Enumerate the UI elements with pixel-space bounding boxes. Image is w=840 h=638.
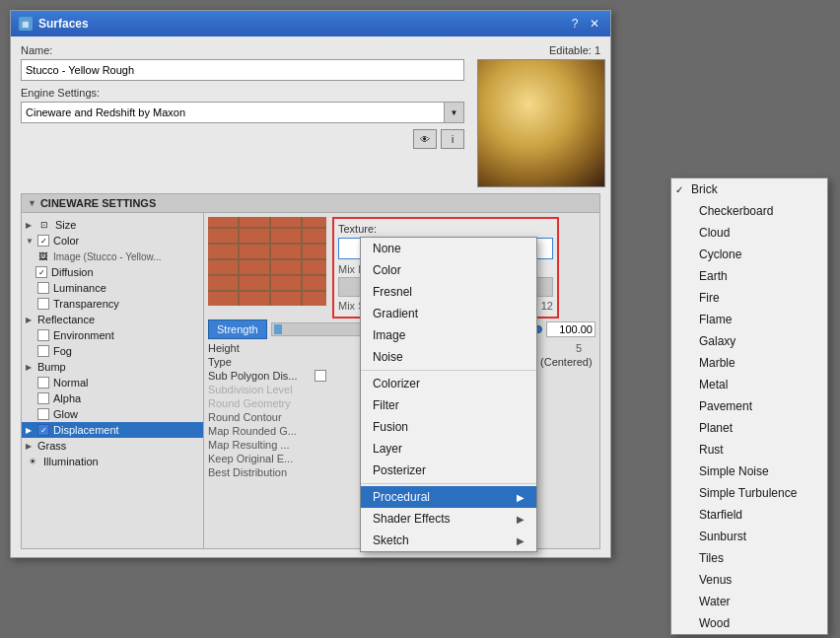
menu-item-gradient[interactable]: Gradient xyxy=(361,303,536,324)
menu-item-none[interactable]: None xyxy=(361,238,536,259)
diffusion-check[interactable]: ✓ xyxy=(35,266,47,278)
luminance-check[interactable] xyxy=(37,282,49,294)
transparency-check[interactable] xyxy=(37,298,49,310)
sub-menu-item-metal[interactable]: Metal xyxy=(671,374,827,395)
tree-item-fog[interactable]: ▶ Fog xyxy=(22,343,203,359)
image-icon: 🖼 xyxy=(35,250,49,262)
menu-item-fusion[interactable]: Fusion xyxy=(361,416,536,438)
title-bar-left: ▦ Surfaces xyxy=(19,17,89,31)
tree-item-displacement[interactable]: ▶ ✓ Displacement xyxy=(22,422,203,438)
strength-value-input[interactable] xyxy=(546,321,595,337)
fog-arrow: ▶ xyxy=(26,347,35,356)
best-distribution-label: Best Distribution xyxy=(208,466,356,478)
engine-dropdown-arrow[interactable]: ▼ xyxy=(445,102,464,123)
environment-check[interactable] xyxy=(37,329,49,341)
tree-item-grass[interactable]: ▶ Grass xyxy=(22,438,203,454)
menu-item-colorizer[interactable]: Colorizer xyxy=(361,373,536,394)
keep-original-label: Keep Original E... xyxy=(208,453,356,464)
dialog-title: Surfaces xyxy=(38,17,89,31)
tree-item-luminance[interactable]: ▶ Luminance xyxy=(22,280,203,296)
sub-menu-item-tiles[interactable]: Tiles xyxy=(671,547,827,569)
grass-arrow: ▶ xyxy=(26,442,35,451)
section-collapse-arrow[interactable]: ▼ xyxy=(28,198,36,208)
bump-arrow: ▶ xyxy=(26,363,35,372)
round-geometry-label: Round Geometry xyxy=(208,397,356,409)
menu-item-sketch[interactable]: Sketch ▶ xyxy=(361,530,536,551)
tree-item-transparency[interactable]: ▶ Transparency xyxy=(22,296,203,312)
brick-preview xyxy=(208,217,326,306)
sub-menu-item-galaxy[interactable]: Galaxy xyxy=(671,330,827,352)
preview-eye-button[interactable]: 👁 xyxy=(413,129,437,149)
sub-menu-item-rust[interactable]: Rust xyxy=(671,439,827,461)
sub-menu-procedural: ✓ Brick Checkerboard Cloud Cyclone Earth… xyxy=(670,177,828,635)
color-check[interactable]: ✓ xyxy=(37,235,49,247)
tree-item-normal[interactable]: ▶ Normal xyxy=(22,375,203,390)
preview-info-button[interactable]: i xyxy=(441,129,464,149)
sub-menu-item-earth[interactable]: Earth xyxy=(671,265,827,287)
bump-label: Bump xyxy=(37,361,66,373)
sub-menu-item-simple-turbulence[interactable]: Simple Turbulence xyxy=(671,482,827,504)
engine-label: Engine Settings: xyxy=(21,87,464,99)
menu-item-fresnel[interactable]: Fresnel xyxy=(361,281,536,303)
tree-item-size[interactable]: ▶ ⊡ Size xyxy=(22,217,203,233)
sub-menu-item-simple-noise[interactable]: Simple Noise xyxy=(671,461,827,482)
tree-item-color[interactable]: ▼ ✓ Color xyxy=(22,233,203,248)
menu-item-color[interactable]: Color xyxy=(361,259,536,281)
round-contour-label: Round Contour xyxy=(208,411,356,423)
reflectance-arrow: ▶ xyxy=(26,316,35,324)
color-arrow: ▼ xyxy=(26,237,35,246)
menu-item-image[interactable]: Image xyxy=(361,324,536,346)
sub-menu-item-brick[interactable]: ✓ Brick xyxy=(671,178,827,200)
close-button[interactable]: ✕ xyxy=(587,16,602,32)
displacement-check[interactable]: ✓ xyxy=(37,424,49,436)
sub-menu-item-cyclone[interactable]: Cyclone xyxy=(671,244,827,265)
menu-item-posterizer[interactable]: Posterizer xyxy=(361,460,536,481)
tree-item-bump[interactable]: ▶ Bump xyxy=(22,359,203,375)
tree-item-glow[interactable]: ▶ Glow xyxy=(22,406,203,422)
sub-menu-item-starfield[interactable]: Starfield xyxy=(671,504,827,526)
tree-item-illumination[interactable]: ☀ Illumination xyxy=(22,454,203,469)
tree-item-alpha[interactable]: ▶ Alpha xyxy=(22,390,203,406)
menu-item-layer[interactable]: Layer xyxy=(361,438,536,460)
alpha-label: Alpha xyxy=(53,392,81,404)
title-bar: ▦ Surfaces ? ✕ xyxy=(11,11,610,36)
tree-item-image[interactable]: 🖼 Image (Stucco - Yellow... xyxy=(22,248,203,264)
luminance-arrow: ▶ xyxy=(26,284,35,293)
tree-item-reflectance[interactable]: ▶ Reflectance xyxy=(22,312,203,327)
alpha-check[interactable] xyxy=(37,392,49,404)
menu-item-shader-effects[interactable]: Shader Effects ▶ xyxy=(361,508,536,530)
menu-item-procedural[interactable]: Procedural ▶ xyxy=(361,486,536,508)
sub-menu-item-planet[interactable]: Planet xyxy=(671,417,827,439)
engine-select-input[interactable] xyxy=(21,102,445,123)
preview-panel xyxy=(472,59,600,187)
sub-polygon-label: Sub Polygon Dis... xyxy=(208,370,307,382)
glow-check[interactable] xyxy=(37,408,49,420)
sub-menu-item-water[interactable]: Water xyxy=(671,591,827,612)
sub-polygon-check[interactable] xyxy=(315,370,326,382)
height-label: Height xyxy=(208,342,307,354)
sub-menu-item-flame[interactable]: Flame xyxy=(671,309,827,330)
normal-arrow: ▶ xyxy=(26,379,35,388)
tree-item-environment[interactable]: ▶ Environment xyxy=(22,327,203,343)
sub-menu-item-sunburst[interactable]: Sunburst xyxy=(671,526,827,547)
menu-item-noise[interactable]: Noise xyxy=(361,346,536,368)
sub-menu-item-pavement[interactable]: Pavement xyxy=(671,395,827,417)
alpha-arrow: ▶ xyxy=(26,394,35,403)
tree-item-diffusion[interactable]: ✓ Diffusion xyxy=(22,264,203,280)
tree-panel: ▶ ⊡ Size ▼ ✓ Color 🖼 Image (Stucco - Yel… xyxy=(22,213,204,548)
sub-menu-item-marble[interactable]: Marble xyxy=(671,352,827,374)
sub-menu-item-checkerboard[interactable]: Checkerboard xyxy=(671,200,827,222)
sub-menu-item-cloud[interactable]: Cloud xyxy=(671,222,827,244)
sub-menu-item-fire[interactable]: Fire xyxy=(671,287,827,309)
name-input[interactable] xyxy=(21,59,464,81)
menu-separator-2 xyxy=(361,483,536,484)
menu-item-filter[interactable]: Filter xyxy=(361,394,536,416)
fog-check[interactable] xyxy=(37,345,49,357)
height-value: 5 xyxy=(576,342,595,354)
sub-menu-item-venus[interactable]: Venus xyxy=(671,569,827,591)
normal-check[interactable] xyxy=(37,377,49,389)
sub-menu-item-wood[interactable]: Wood xyxy=(671,612,827,634)
strength-button[interactable]: Strength xyxy=(208,319,267,339)
help-button[interactable]: ? xyxy=(567,16,583,32)
menu-separator-1 xyxy=(361,370,536,371)
